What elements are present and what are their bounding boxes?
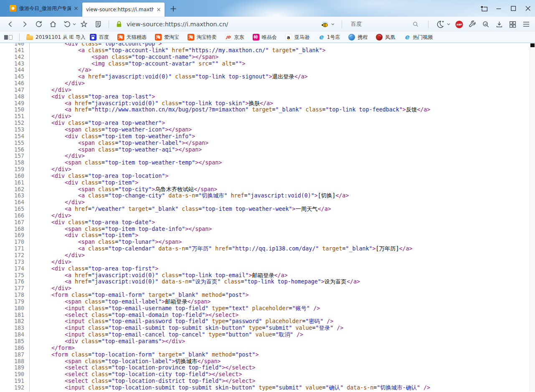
line-number: 191 [0, 378, 26, 384]
adblock-abp-icon[interactable]: ABP [455, 20, 464, 29]
line-number: 181 [0, 312, 26, 319]
bookmark-item[interactable]: 淘爱淘宝 [155, 34, 179, 41]
reload-button[interactable] [33, 18, 45, 30]
bookmark-item[interactable]: 淘天猫精选 [117, 34, 147, 41]
line-code: </div> [26, 166, 71, 173]
bookmark-label: 天猫精选 [127, 34, 147, 41]
bookmark-item[interactable]: JD京东 [225, 34, 244, 41]
resource-sniffer-icon[interactable] [482, 20, 490, 29]
reader-mode-icon[interactable] [92, 18, 104, 30]
favorites-star-icon[interactable] [78, 18, 90, 30]
line-code: <a class="top-change-city" data-s-n="切换城… [26, 192, 349, 199]
line-code: </div> [26, 153, 85, 159]
source-line: 160<div class="top-area top-location"> [0, 173, 535, 180]
line-code: <div class="top-item"> [26, 180, 138, 186]
line-number: 189 [0, 364, 26, 371]
source-line: 159</div> [0, 166, 535, 173]
bookmark-item[interactable]: 凤凰 [376, 34, 395, 41]
back-button[interactable] [4, 18, 17, 30]
extensions-grid-icon[interactable] [508, 20, 517, 29]
line-number: 172 [0, 252, 26, 259]
bee-dropdown-caret[interactable] [331, 23, 335, 25]
maximize-button[interactable] [510, 5, 517, 12]
bookmark-item[interactable]: e1号店 [318, 34, 340, 41]
developer-wrench-icon[interactable] [468, 20, 477, 29]
line-number: 180 [0, 305, 26, 312]
source-line: 154 <div class="top-item top-weather-inf… [0, 133, 535, 140]
close-button[interactable] [524, 5, 532, 12]
tab-title: 傲游今日_傲游用户专属的网 [19, 5, 71, 12]
line-number: 185 [0, 338, 26, 345]
line-code: <div class="top-item top-weather-info"> [26, 133, 195, 140]
folder-icon [26, 35, 33, 40]
source-line: 165 <a href="/weather" target="_blank" c… [0, 206, 535, 212]
source-line: 152<div class="top-area top-weather"> [0, 120, 535, 126]
download-icon[interactable] [495, 20, 504, 29]
source-line: 178<form class="top-email-form" target="… [0, 292, 535, 298]
line-number: 158 [0, 159, 26, 166]
line-number: 160 [0, 173, 26, 180]
address-bar[interactable]: view-source:https://i.maxthon.cn/ [113, 20, 319, 28]
line-number: 171 [0, 245, 26, 252]
source-line: 192 <input class="top-location-submit to… [0, 384, 535, 391]
line-code: <div class="top-area top-date"> [26, 219, 155, 226]
line-number: 184 [0, 331, 26, 338]
search-icon[interactable] [412, 20, 419, 28]
toolbar-separator [109, 20, 109, 28]
bookmarks-panel-icon[interactable] [4, 35, 13, 40]
url-text[interactable]: view-source:https://i.maxthon.cn/ [127, 21, 228, 28]
bookmark-item[interactable]: 百度 [90, 34, 109, 41]
line-code: <div class="top-area top-last"> [26, 94, 155, 100]
line-code: <span class="top-city">乌鲁木齐牧试站</span> [26, 186, 217, 193]
line-code: <input class="top-email-password top-fie… [26, 318, 333, 325]
search-engine-label[interactable]: 百度 [351, 20, 362, 28]
line-code: <span class="top-weather-icon"></span> [26, 126, 192, 133]
bee-sniffer-icon[interactable] [321, 21, 329, 28]
source-line: 186</form> [0, 345, 535, 352]
bookmark-item[interactable]: 特唯品会 [253, 34, 277, 41]
forward-button[interactable] [18, 18, 31, 30]
new-tab-button[interactable] [170, 5, 177, 13]
night-mode-icon[interactable] [436, 20, 445, 29]
minimize-button[interactable] [495, 5, 502, 12]
line-number: 174 [0, 266, 26, 272]
vertical-scrollbar[interactable] [530, 43, 535, 392]
tab-view-source[interactable]: view-source:https://i.maxtho [82, 3, 165, 17]
tab-maxthon-today[interactable]: 傲游今日_傲游用户专属的网 [6, 0, 82, 17]
tab-close-icon[interactable] [74, 6, 78, 10]
source-line: 148<div class="top-area top-last"> [0, 94, 535, 100]
bookmark-folder[interactable]: 20191101 从 IE 导入 [26, 34, 86, 41]
bookmarks-items: 百度淘天猫精选淘爱淘宝淘淘宝特卖JD京东特唯品会a亚马逊e1号店携程凤凰e热门视… [90, 34, 433, 41]
line-code: <select class="top-email-domain top-fiel… [26, 312, 238, 319]
night-mode-caret[interactable] [447, 23, 450, 25]
undo-button[interactable] [61, 18, 74, 30]
tab-title: view-source:https://i.maxtho [86, 7, 154, 13]
bookmark-item[interactable]: 携程 [348, 34, 368, 41]
bookmark-item[interactable]: 淘淘宝特卖 [188, 34, 217, 41]
source-line: 144 </a> [0, 67, 535, 73]
home-button[interactable] [47, 18, 59, 30]
bookmark-item[interactable]: e热门视频 [403, 34, 433, 41]
line-code: <select class="top-location-city top-fie… [26, 371, 242, 378]
split-view-icon[interactable] [480, 5, 488, 13]
bookmark-label: 爱淘宝 [164, 34, 179, 41]
baidu-icon [90, 34, 96, 40]
bookmark-item[interactable]: a亚马逊 [285, 34, 309, 41]
tab-close-icon[interactable] [157, 8, 161, 12]
line-number: 150 [0, 106, 26, 113]
browser-window: 傲游今日_傲游用户专属的网 view-source:https://i.maxt… [0, 0, 535, 392]
line-code: <span class="top-account-name"></span> [26, 54, 218, 61]
line-code: <div class="top-account-pop"> [26, 43, 162, 47]
source-line: 171 <a class="top-calendar" data-s-n="万年… [0, 245, 535, 252]
line-number: 168 [0, 226, 26, 233]
menu-icon[interactable] [522, 20, 531, 29]
line-number: 141 [0, 47, 26, 54]
search-box[interactable]: 百度 [349, 20, 421, 28]
line-number: 146 [0, 80, 26, 87]
source-line: 168 <span class="top-item top-date-info"… [0, 226, 535, 233]
undo-dropdown-caret[interactable] [73, 23, 76, 25]
line-code: <span class="top-weather-label"></span> [26, 140, 208, 147]
line-number: 176 [0, 278, 26, 285]
line-code: </div> [26, 87, 71, 94]
scrollbar-thumb[interactable] [530, 43, 535, 47]
